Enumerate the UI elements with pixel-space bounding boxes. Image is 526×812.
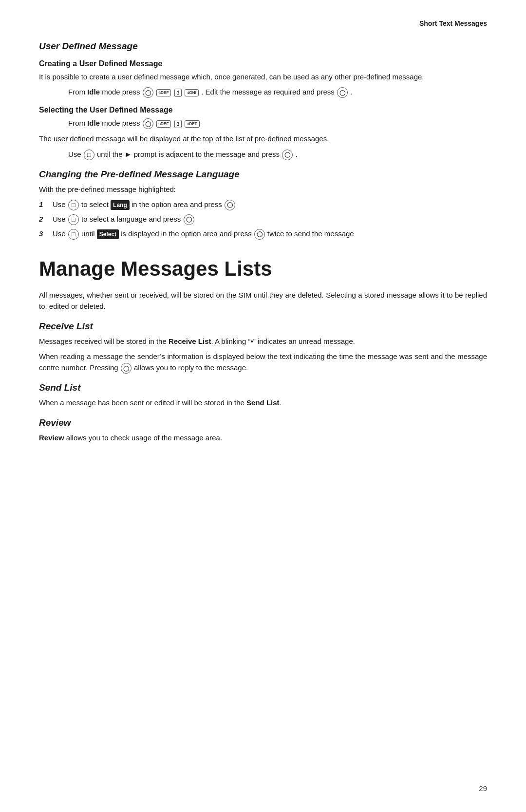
receive-list-heading: Receive List (39, 321, 487, 332)
receive-list-body1: Messages received will be stored in the … (39, 336, 487, 347)
page-header: Short Text Messages (39, 19, 487, 27)
changing-language-heading: Changing the Pre-defined Message Languag… (39, 169, 487, 180)
review-body: Review allows you to check usage of the … (39, 432, 487, 443)
key-1-2: 1 (174, 120, 182, 128)
manage-messages-body: All messages, whether sent or received, … (39, 289, 487, 312)
step-1-num: 1 (39, 199, 53, 210)
step-2-content: Use □ to select a language and press ◯ (53, 213, 487, 225)
user-defined-message-heading: User Defined Message (39, 41, 487, 52)
step-1: 1 Use □ to select Lang in the option are… (39, 199, 487, 210)
idle-label-1: Idle (87, 88, 100, 96)
step-2-num: 2 (39, 213, 53, 225)
selecting-instruction: From Idle mode press ◯ 3DEF 1 3DEF (68, 117, 487, 129)
step-2: 2 Use □ to select a language and press ◯ (39, 213, 487, 225)
receive-list-body2: When reading a message the sender’s info… (39, 351, 487, 374)
page-number: 29 (479, 784, 487, 793)
creating-instruction: From Idle mode press ◯ 3DEF 1 4GHI . Edi… (68, 86, 487, 98)
key-1: 1 (174, 89, 182, 97)
idle-label-2: Idle (87, 119, 100, 127)
creating-subheading: Creating a User Defined Message (39, 59, 487, 68)
key-4ghi: 4GHI (185, 89, 199, 96)
receive-list-bold: Receive List (169, 337, 211, 345)
creating-instruction-block: From Idle mode press ◯ 3DEF 1 4GHI . Edi… (68, 86, 487, 98)
step-3-num: 3 (39, 228, 53, 239)
step-3: 3 Use □ until Select is displayed in the… (39, 228, 487, 240)
ok-button-4: ◯ (184, 214, 194, 225)
review-heading: Review (39, 417, 487, 428)
nav-dot-icon-2: □ (68, 200, 79, 210)
creating-body1: It is possible to create a user defined … (39, 71, 487, 82)
selecting-nav-block: Use □ until the ► prompt is adjacent to … (68, 149, 487, 160)
header-title: Short Text Messages (419, 19, 487, 27)
selecting-instruction-block: From Idle mode press ◯ 3DEF 1 3DEF (68, 117, 487, 129)
send-list-body: When a message has been sent or edited i… (39, 397, 487, 408)
nav-dot-icon-1: □ (84, 150, 94, 160)
ok-button-5: ◯ (254, 229, 265, 240)
changing-language-intro: With the pre-defined message highlighted… (39, 184, 487, 195)
send-list-bold: Send List (246, 398, 280, 407)
select-label: Select (97, 229, 119, 240)
menu-button-1: ◯ (143, 87, 153, 98)
nav-dot-icon-3: □ (68, 214, 79, 225)
review-bold: Review (39, 434, 64, 442)
nav-dot-icon-4: □ (68, 229, 79, 240)
key-3def-3: 3DEF (185, 120, 200, 128)
page-footer: 29 (479, 784, 487, 793)
step-3-content: Use □ until Select is displayed in the o… (53, 228, 487, 240)
send-list-heading: Send List (39, 382, 487, 393)
ok-button-2: ◯ (282, 150, 293, 160)
step-1-content: Use □ to select Lang in the option area … (53, 199, 487, 210)
selecting-body: The user defined message will be display… (39, 133, 487, 144)
selecting-nav-instruction: Use □ until the ► prompt is adjacent to … (68, 149, 487, 160)
manage-messages-title: Manage Messages Lists (39, 257, 487, 281)
ok-button-1: ◯ (337, 87, 348, 98)
key-3def-2: 3DEF (156, 120, 171, 128)
lang-label: Lang (111, 200, 130, 210)
changing-language-steps: 1 Use □ to select Lang in the option are… (39, 199, 487, 240)
selecting-subheading: Selecting the User Defined Message (39, 106, 487, 114)
ok-button-6: ◯ (121, 363, 132, 374)
menu-button-2: ◯ (143, 118, 153, 129)
key-3def: 3DEF (156, 89, 171, 96)
ok-button-3: ◯ (225, 200, 235, 210)
